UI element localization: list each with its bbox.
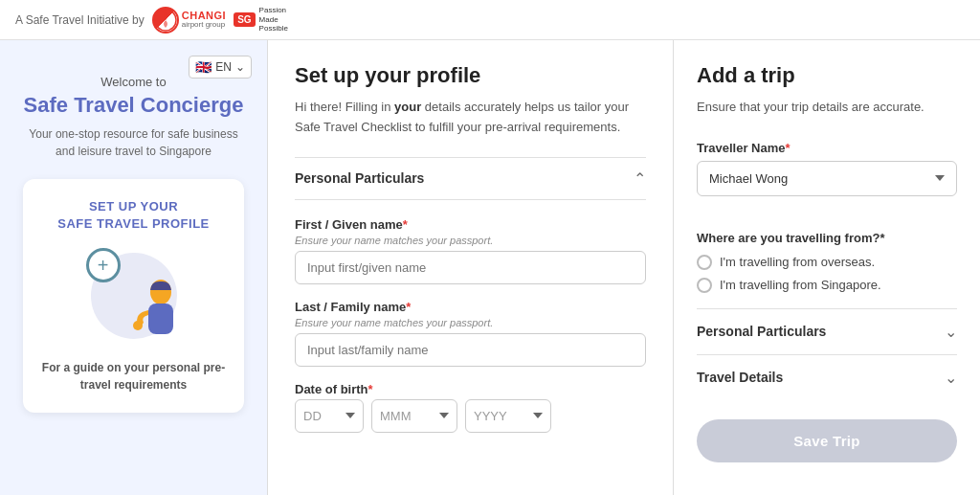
- right-panel-desc: Ensure that your trip details are accura…: [697, 98, 957, 118]
- passion-logo: SG PassionMadePossible: [234, 6, 288, 34]
- changi-logo-circle: [152, 7, 179, 34]
- radio-overseas-label: I'm travelling from overseas.: [720, 255, 875, 269]
- sg-text: SG: [237, 14, 251, 25]
- dob-day-select[interactable]: DD: [295, 399, 364, 433]
- profile-card-desc: For a guide on your personal pre-travel …: [38, 359, 229, 394]
- personal-particulars-collapsible[interactable]: Personal Particulars ⌄: [697, 308, 957, 354]
- flag-icon: 🇬🇧: [195, 59, 212, 75]
- profile-card-title: SET UP YOURSAFE TRAVEL PROFILE: [38, 198, 229, 233]
- first-name-group: First / Given name* Ensure your name mat…: [295, 217, 646, 284]
- app-subtitle: Your one-stop resource for safe business…: [23, 125, 244, 160]
- dob-group: Date of birth* DD MMM YYYY: [295, 382, 646, 433]
- welcome-text: Welcome to: [100, 75, 166, 89]
- profile-illustration: +: [86, 248, 182, 344]
- last-name-required: *: [406, 300, 411, 314]
- lang-label: EN: [215, 60, 232, 74]
- travel-details-collapsible-title: Travel Details: [697, 370, 783, 385]
- desc-plain: Hi there! Filling in: [295, 100, 394, 114]
- mid-panel-desc: Hi there! Filling in your details accura…: [295, 98, 646, 138]
- first-name-label: First / Given name*: [295, 217, 646, 232]
- sg-badge: SG: [234, 12, 255, 27]
- language-selector[interactable]: 🇬🇧 EN ⌄: [189, 56, 252, 79]
- travelling-from-required: *: [880, 231, 884, 245]
- section-header-title: Personal Particulars: [295, 170, 424, 186]
- personal-particulars-header[interactable]: Personal Particulars ⌃: [295, 157, 646, 200]
- top-bar: A Safe Travel Initiative by CHANGI airpo…: [0, 0, 980, 40]
- first-name-hint: Ensure your name matches your passport.: [295, 235, 646, 246]
- desc-bold: your: [394, 100, 421, 114]
- changi-sub: airport group: [182, 21, 226, 30]
- chevron-down-icon-travel: ⌄: [945, 369, 957, 387]
- app-title: Safe Travel Concierge: [24, 93, 244, 118]
- profile-card[interactable]: SET UP YOURSAFE TRAVEL PROFILE +: [23, 179, 244, 413]
- last-name-hint: Ensure your name matches your passport.: [295, 317, 646, 328]
- radio-singapore-label: I'm travelling from Singapore.: [720, 278, 881, 292]
- dob-year-select[interactable]: YYYY: [465, 399, 551, 433]
- svg-rect-2: [148, 304, 173, 334]
- dob-row: DD MMM YYYY: [295, 399, 646, 433]
- lang-chevron-icon: ⌄: [235, 60, 245, 74]
- mid-panel-title: Set up your profile: [295, 63, 646, 88]
- first-name-input[interactable]: [295, 251, 646, 284]
- left-panel: 🇬🇧 EN ⌄ Welcome to Safe Travel Concierge…: [0, 40, 268, 495]
- travelling-from-group: Where are you travelling from?* I'm trav…: [697, 231, 957, 293]
- changi-logo: CHANGI airport group: [152, 7, 226, 34]
- radio-singapore-circle: [697, 278, 712, 293]
- right-panel-title: Add a trip: [697, 63, 957, 88]
- personal-particulars-collapsible-title: Personal Particulars: [697, 324, 826, 339]
- travel-details-collapsible[interactable]: Travel Details ⌄: [697, 354, 957, 400]
- traveller-name-group: Traveller Name* Michael Wong: [697, 141, 957, 215]
- initiative-text: A Safe Travel Initiative by: [15, 13, 145, 27]
- plus-icon: +: [86, 248, 121, 282]
- mid-panel: Set up your profile Hi there! Filling in…: [268, 40, 674, 495]
- dob-month-select[interactable]: MMM: [371, 399, 457, 433]
- traveller-name-label: Traveller Name*: [697, 141, 957, 155]
- travelling-from-label: Where are you travelling from?*: [697, 231, 957, 245]
- dob-required: *: [368, 382, 373, 396]
- main-layout: 🇬🇧 EN ⌄ Welcome to Safe Travel Concierge…: [0, 40, 980, 495]
- last-name-input[interactable]: [295, 333, 646, 367]
- dob-label: Date of birth*: [295, 382, 646, 396]
- radio-overseas[interactable]: I'm travelling from overseas.: [697, 255, 957, 270]
- right-panel: Add a trip Ensure that your trip details…: [674, 40, 980, 495]
- traveller-required: *: [786, 141, 791, 155]
- chevron-up-icon: ⌃: [634, 169, 646, 188]
- chevron-down-icon-particulars: ⌄: [945, 323, 957, 341]
- svg-point-3: [133, 321, 143, 330]
- save-trip-button[interactable]: Save Trip: [697, 419, 957, 462]
- last-name-label: Last / Family name*: [295, 300, 646, 314]
- radio-overseas-circle: [697, 255, 712, 270]
- first-name-required: *: [403, 217, 408, 232]
- person-illustration: [124, 277, 182, 344]
- radio-singapore[interactable]: I'm travelling from Singapore.: [697, 278, 957, 293]
- last-name-group: Last / Family name* Ensure your name mat…: [295, 300, 646, 367]
- traveller-name-select[interactable]: Michael Wong: [697, 161, 957, 196]
- passion-text: PassionMadePossible: [259, 6, 288, 34]
